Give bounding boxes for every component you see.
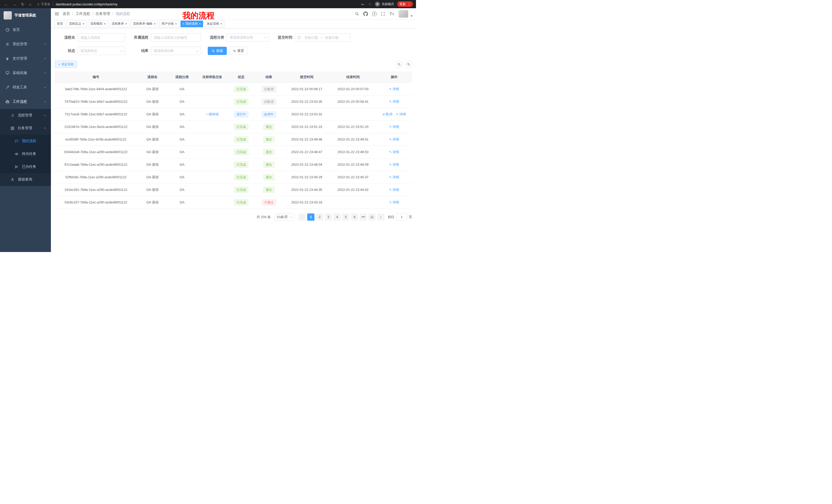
category-select[interactable]: 请选择流程分类 (227, 33, 269, 41)
avatar[interactable] (398, 10, 408, 18)
fullscreen-icon[interactable] (381, 11, 385, 16)
status-badge: 已完成 (234, 174, 249, 180)
bookmark-star-icon[interactable]: ☆ (368, 2, 371, 6)
cell-name: OA 请假 (137, 196, 168, 208)
page-button-3[interactable]: 3 (325, 214, 332, 221)
tab-process-definition[interactable]: 流程定义 × (67, 21, 87, 27)
tab-process-model[interactable]: 流程模型 × (88, 21, 108, 27)
cell-name: OA 请假 (137, 158, 168, 171)
breadcrumb-item-task-mgmt[interactable]: 任务管理 (96, 11, 110, 16)
page-button-11[interactable]: 11 (368, 214, 375, 221)
search-icon[interactable] (355, 11, 359, 16)
close-icon[interactable]: × (175, 22, 177, 25)
create-process-button[interactable]: + 发起流程 (55, 61, 77, 68)
table-row: 819442e8-7b9a-11ec-a290-acde48001122 OA … (55, 146, 412, 158)
more-pages-button[interactable]: ••• (360, 214, 367, 221)
process-name-input[interactable] (78, 33, 125, 41)
address-bar[interactable]: ⚠ 不安全 dashboard.yudao.iocoder.cn/bpm/tas… (37, 2, 361, 6)
sidebar-item-infrastructure[interactable]: 基础设施 (0, 66, 51, 80)
close-icon[interactable]: × (199, 22, 201, 25)
browser-menu-icon[interactable]: ⋮ (407, 2, 411, 6)
cell-actions: ✎详情 (376, 158, 412, 171)
home-icon[interactable]: ⌂ (29, 2, 31, 6)
tab-user-group[interactable]: 用户分组 × (159, 21, 179, 27)
prev-page-button[interactable]: ‹ (298, 214, 306, 221)
incognito-badge[interactable]: 无痕模式 (375, 2, 394, 7)
font-size-icon[interactable] (389, 12, 394, 16)
start-date-input[interactable] (302, 36, 320, 39)
sidebar-item-process-mgmt[interactable]: 流程管理 (0, 109, 51, 122)
detail-link[interactable]: ✎详情 (389, 87, 399, 91)
end-date-input[interactable] (322, 36, 341, 39)
detail-link[interactable]: ✎详情 (389, 175, 399, 179)
column-header-id: 编号 (55, 72, 137, 83)
detail-link[interactable]: ✎详情 (389, 124, 399, 129)
show-search-button[interactable] (396, 61, 402, 68)
cell-end-time: 2022-01-23 00:07:03 (330, 83, 376, 95)
sidebar-item-dev-tools[interactable]: 研发工具 (0, 80, 51, 94)
update-button[interactable]: 更新 ⋮ (397, 1, 413, 7)
reload-icon[interactable]: ↻ (21, 2, 24, 6)
detail-link[interactable]: ✎详情 (389, 162, 399, 167)
search-button[interactable]: 搜索 (208, 47, 227, 55)
tab-process-form-edit[interactable]: 流程表单-编辑 × (131, 21, 158, 27)
detail-link[interactable]: ✎详情 (389, 137, 399, 142)
tab-home[interactable]: 首页 (54, 21, 65, 27)
url-text[interactable]: dashboard.yudao.iocoder.cn/bpm/task/my (55, 2, 118, 6)
hamburger-icon[interactable] (54, 12, 59, 16)
help-icon[interactable]: ? (372, 11, 377, 16)
sidebar-item-task-mgmt[interactable]: 任务管理 (0, 122, 51, 135)
sidebar-item-workflow[interactable]: 工作流程 (0, 94, 51, 109)
close-icon[interactable]: × (154, 22, 156, 25)
refresh-table-button[interactable]: ↻ (405, 61, 412, 68)
tab-start-process[interactable]: 发起流程 × (204, 21, 225, 27)
next-page-button[interactable]: › (377, 214, 384, 221)
close-icon[interactable]: × (104, 22, 106, 25)
close-icon[interactable]: × (125, 22, 127, 25)
avatar-caret-icon[interactable]: ▾ (411, 14, 412, 18)
close-icon[interactable]: × (82, 22, 84, 25)
result-select[interactable]: 请选择流结果 (151, 47, 201, 55)
cancel-link[interactable]: ⊘取消 (382, 112, 392, 117)
breadcrumb-item-home[interactable]: 首页 (63, 11, 70, 16)
page-size-select[interactable]: 10条/页 (274, 214, 294, 221)
status-select[interactable]: 请选择状态 (78, 47, 125, 55)
page-button-5[interactable]: 5 (342, 214, 349, 221)
key-icon[interactable] (361, 2, 365, 6)
back-icon[interactable]: ← (4, 2, 8, 6)
sidebar-item-leave-query[interactable]: 请假查询 (0, 173, 51, 186)
cell-end-time: 2022-01-22 23:45:37 (330, 171, 376, 184)
page-button-2[interactable]: 2 (316, 214, 323, 221)
page-button-4[interactable]: 4 (334, 214, 341, 221)
close-icon[interactable]: × (220, 22, 222, 25)
sidebar-item-my-process[interactable]: 我的流程 (0, 135, 51, 147)
breadcrumb-item-workflow[interactable]: 工作流程 (76, 11, 90, 16)
page-button-1[interactable]: 1 (307, 214, 314, 221)
tab-process-form[interactable]: 流程表单 × (109, 21, 129, 27)
chevron-down-icon (196, 49, 199, 52)
page-button-6[interactable]: 6 (351, 214, 358, 221)
detail-link[interactable]: ✎详情 (389, 200, 399, 205)
sidebar-item-payment-mgmt[interactable]: ¥ 支付管理 (0, 51, 51, 66)
scissors-icon (15, 165, 19, 169)
current-task-link[interactable]: 一级审批 (206, 112, 219, 117)
github-icon[interactable] (363, 11, 368, 16)
detail-link[interactable]: ✎详情 (389, 150, 399, 155)
sidebar-item-todo-tasks[interactable]: 待办任务 (0, 147, 51, 160)
app-logo[interactable]: 芋道管理系统 (0, 8, 51, 23)
tab-my-process[interactable]: ● 我的流程 × (181, 21, 203, 27)
sidebar-item-system-mgmt[interactable]: 系统管理 (0, 37, 51, 51)
app-logo-image (4, 11, 12, 20)
sidebar-item-home[interactable]: 首页 (0, 23, 51, 37)
detail-link[interactable]: ✎详情 (389, 188, 399, 192)
sidebar-item-done-tasks[interactable]: 已办任务 (0, 160, 51, 173)
status-badge: 已完成 (234, 187, 249, 193)
goto-page-input[interactable] (396, 214, 407, 221)
forward-icon[interactable]: → (12, 2, 17, 6)
submit-time-range-picker[interactable]: - (295, 33, 350, 41)
parent-process-input[interactable] (151, 33, 201, 41)
detail-link[interactable]: ✎详情 (396, 112, 406, 117)
detail-link[interactable]: ✎详情 (389, 100, 399, 104)
reset-button[interactable]: ↻ 重置 (229, 47, 248, 55)
cell-result: 通过 (254, 184, 284, 196)
